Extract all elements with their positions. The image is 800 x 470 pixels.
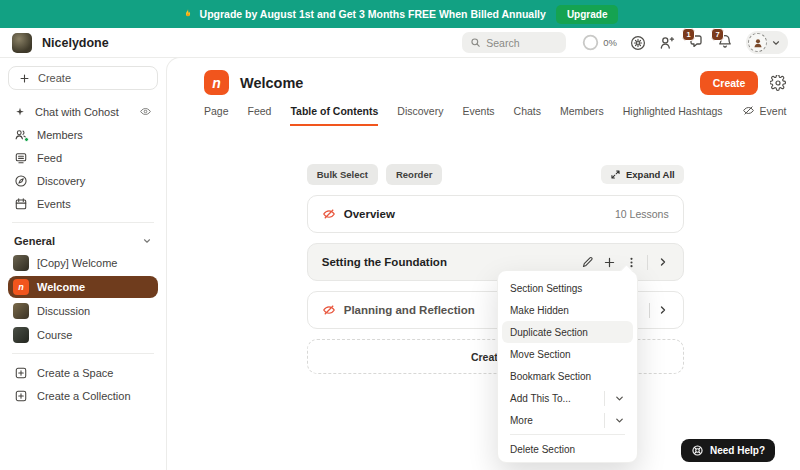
space-label: Discussion [37, 305, 90, 317]
sidebar-space-copy-welcome[interactable]: [Copy] Welcome [8, 252, 158, 274]
invite-member-icon[interactable] [659, 35, 675, 51]
sidebar-create-collection[interactable]: Create a Collection [8, 384, 158, 407]
tab-discovery[interactable]: Discovery [397, 105, 443, 126]
top-bar: Nicelydone 0% 1 [0, 28, 800, 58]
online-dot [24, 137, 29, 142]
chevron-right-icon[interactable] [657, 304, 669, 316]
cohost-sparkle-icon [14, 106, 26, 118]
workspace-logo[interactable] [12, 33, 32, 53]
plus-icon [19, 73, 30, 84]
space-icon: n [204, 70, 229, 95]
sections-toolbar: Bulk Select Reorder Expand All [307, 164, 684, 185]
lesson-count: 10 Lessons [615, 208, 669, 220]
avatar [748, 33, 767, 52]
search-box[interactable] [462, 32, 566, 53]
sidebar-item-label: Feed [37, 152, 62, 164]
menu-item-section-settings[interactable]: Section Settings [498, 277, 637, 299]
menu-item-duplicate-section[interactable]: Duplicate Section [502, 321, 633, 343]
edit-pencil-icon[interactable] [581, 256, 594, 269]
group-label: General [14, 235, 55, 247]
lifebuoy-icon [691, 444, 704, 457]
chevron-right-icon[interactable] [657, 256, 669, 268]
reorder-button[interactable]: Reorder [386, 164, 442, 185]
space-label: Welcome [37, 281, 85, 293]
sidebar-item-feed[interactable]: Feed [8, 146, 158, 169]
sidebar-divider [12, 222, 154, 223]
tab-table-of-contents[interactable]: Table of Contents [290, 105, 378, 126]
sidebar-item-label: Chat with Cohost [35, 106, 119, 118]
eye-slash-icon [322, 207, 336, 221]
app-window: Upgrade by August 1st and Get 3 Months F… [0, 0, 800, 470]
expand-all-button[interactable]: Expand All [601, 165, 684, 184]
space-label: Course [37, 329, 72, 341]
upgrade-button[interactable]: Upgrade [556, 5, 619, 24]
sidebar-item-events[interactable]: Events [8, 192, 158, 215]
upgrade-banner: Upgrade by August 1st and Get 3 Months F… [0, 0, 800, 28]
space-thumbnail [13, 327, 29, 343]
sidebar-space-course[interactable]: Course [8, 324, 158, 346]
menu-item-more[interactable]: More [498, 409, 637, 431]
chevron-down-icon [771, 38, 781, 48]
add-lesson-icon[interactable] [603, 256, 616, 269]
sidebar-divider [12, 353, 154, 354]
menu-divider [510, 434, 625, 435]
sidebar-item-label: Create a Space [37, 367, 113, 379]
sidebar-item-chat-with-cohost[interactable]: Chat with Cohost [8, 100, 158, 123]
sidebar-create-space[interactable]: Create a Space [8, 361, 158, 384]
messages-badge: 1 [682, 28, 695, 42]
section-row-overview[interactable]: Overview 10 Lessons [307, 195, 684, 233]
sidebar-create-label: Create [38, 72, 71, 84]
plus-square-icon [14, 366, 28, 380]
tab-chats[interactable]: Chats [514, 105, 541, 126]
space-thumbnail [13, 255, 29, 271]
space-thumbnail [13, 303, 29, 319]
sidebar-item-members[interactable]: Members [8, 123, 158, 146]
tab-feed[interactable]: Feed [248, 105, 272, 126]
menu-item-delete-section[interactable]: Delete Section [498, 438, 637, 460]
account-menu[interactable] [746, 31, 788, 54]
tab-members[interactable]: Members [560, 105, 604, 126]
eye-slash-icon [742, 104, 755, 117]
tab-highlighted-hashtags[interactable]: Highlighted Hashtags [623, 105, 723, 126]
sidebar-space-discussion[interactable]: Discussion [8, 300, 158, 322]
sidebar-create-button[interactable]: Create [8, 66, 158, 90]
notifications-button[interactable]: 7 [717, 33, 733, 53]
menu-item-bookmark-section[interactable]: Bookmark Section [498, 365, 637, 387]
progress-percent: 0% [603, 37, 617, 48]
chevron-down-icon [142, 236, 152, 246]
notifications-badge: 7 [711, 28, 724, 42]
tab-event[interactable]: Event [742, 104, 787, 126]
create-button[interactable]: Create [700, 71, 759, 95]
search-icon [470, 37, 481, 48]
discovery-compass-icon [14, 174, 28, 188]
chevron-down-icon[interactable] [614, 415, 625, 426]
events-calendar-icon [14, 197, 28, 211]
need-help-label: Need Help? [710, 445, 765, 456]
chevron-down-icon[interactable] [614, 393, 625, 404]
profile-progress[interactable]: 0% [582, 34, 617, 51]
gear-icon[interactable] [770, 75, 786, 91]
search-input[interactable] [486, 37, 556, 49]
eye-icon [139, 105, 152, 118]
sidebar-space-welcome[interactable]: n Welcome [8, 276, 158, 298]
messages-button[interactable]: 1 [688, 33, 704, 53]
sidebar-item-discovery[interactable]: Discovery [8, 169, 158, 192]
sidebar-group-general[interactable]: General [8, 230, 158, 252]
workspace-name[interactable]: Nicelydone [42, 36, 109, 50]
menu-item-add-this-to[interactable]: Add This To... [498, 387, 637, 409]
tab-events[interactable]: Events [462, 105, 494, 126]
space-label: [Copy] Welcome [37, 257, 118, 269]
need-help-button[interactable]: Need Help? [681, 439, 775, 462]
sidebar: Create Chat with Cohost [0, 58, 166, 470]
sidebar-item-label: Events [37, 198, 71, 210]
eye-slash-icon [322, 303, 336, 317]
tab-page[interactable]: Page [204, 105, 229, 126]
gear-circle-icon[interactable] [630, 35, 646, 51]
page-title: Welcome [240, 75, 303, 91]
section-title: Overview [344, 208, 395, 220]
menu-item-move-section[interactable]: Move Section [498, 343, 637, 365]
banner-message: Upgrade by August 1st and Get 3 Months F… [200, 8, 546, 20]
bulk-select-button[interactable]: Bulk Select [307, 164, 378, 185]
section-title: Setting the Foundation [322, 256, 447, 268]
menu-item-make-hidden[interactable]: Make Hidden [498, 299, 637, 321]
